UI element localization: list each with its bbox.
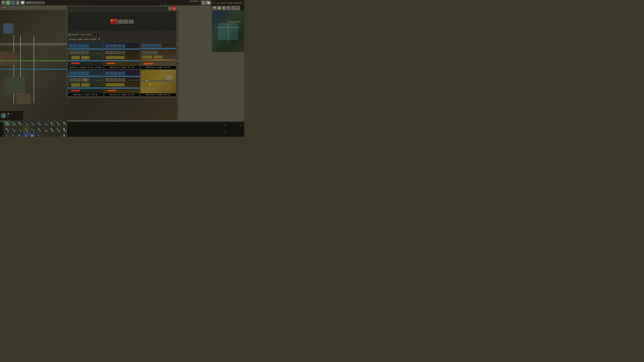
slot-2-6[interactable]: 🔗 50 [36,126,42,132]
slot-3-3[interactable]: 🔩 3 [16,133,22,137]
slot-2-1[interactable]: 🔩 20 [4,126,10,132]
train-limit-label[interactable]: ✓ Enable train limit [68,33,92,36]
rt-map-icon[interactable]: 🗺 [212,6,217,10]
slot-3-1[interactable]: ⚙ 3 [4,133,10,137]
player-stats: 🔫 12 37 9 [7,113,12,118]
slot-3-4[interactable]: 🚂 [23,133,29,137]
train-limit-row: ✓ Enable train limit [67,32,177,37]
train-preview-4: Uschalabamba [68,70,103,93]
slot-3-9[interactable] [55,133,61,137]
train-preview-6 [140,70,176,93]
slot-1-2[interactable]: 🔧 100 [10,120,16,126]
slot-1-8[interactable]: 🏗 150 [48,120,54,126]
train-cell-4-label: Waiting at Copper Ore DO [68,93,103,96]
train-preview-2 [104,42,140,66]
rt-more-icon[interactable]: … [236,6,240,10]
train-cell-5[interactable]: Uschalabamba Waiting at Copper Ore DO [104,70,140,96]
player-ammo-1: 37 [7,115,12,117]
hotbar-rows: 1 ⚙ 10k 🔧 100 🔩 200 ⛏ 100 🔌 150 [0,119,68,137]
toolbar-icon-map[interactable]: 🗺 [1,0,5,5]
player-ammo-2: 9 [7,117,12,118]
train-preview-1: Uschalabamba [68,42,103,66]
slot-3-6[interactable]: 🔌 50 [36,133,42,137]
hide-button[interactable]: Hide < < < < < 2 [26,1,45,4]
slot-2-8[interactable]: 🏗 200 [48,126,54,132]
toolbar-icon-research[interactable]: 🔬 [16,0,20,5]
slot-2-10[interactable]: 🔋 100 [61,126,67,132]
slot-1-1[interactable]: ⚙ 10k [4,120,10,126]
train-cell-3[interactable]: Waiting at Copper Ore DO [140,42,176,69]
slot-2-4[interactable]: 🔌 -15 [23,126,29,132]
slot-1-10[interactable]: 🔋 -10 [61,120,67,126]
trains-count-header: Trains with this stop: 6 [67,37,177,42]
hotbar-row-3: 3 ⚙ 3 🔧 3 🔩 3 🚂 🚃 🔌 [1,133,67,137]
slot-1-3[interactable]: 🔩 200 [16,120,22,126]
train-cell-2-label: Waiting at Copper Ore DO [104,66,140,69]
train-cell-5-label: Waiting at Copper Ore DO [104,93,140,96]
row3-num: 3 [1,135,3,137]
train-preview-5: Uschalabamba [104,70,140,93]
rt-trash-icon[interactable]: 🗑 [222,6,226,10]
slot-1-6[interactable]: 🔗 150 [36,120,42,126]
train-stop-dialog: Copper Ore DO [6] 🌐 📻 ✏ × 🖊 🗑 [67,1,177,97]
train-cell-4[interactable]: Uschalabamba Waiting at Copper Ore DO [68,70,104,96]
hotbar-row-2: 2 🔩 20 🔧 -10 ⚙ 50 🔌 -15 ⛏ 50 🔗 [1,126,67,132]
minimap-location: Uschalabamba [230,21,240,23]
train-cell-3-label: Waiting at Copper Ore DO [140,66,176,69]
slot-1-5[interactable]: 🔌 150 [29,120,35,126]
fnei-button[interactable]: FNEI [1,6,8,9]
right-toolbar-icons: 🗺 ⭐ 🗑 🚩 🚂 … [212,5,244,11]
slot-1-4[interactable]: ⛏ 100 [23,120,29,126]
slot-3-8[interactable] [48,133,54,137]
minimap: Uschalabamba [212,11,244,52]
slot-2-3[interactable]: ⚙ 50 [16,126,22,132]
toolbar-icon-production[interactable]: 📊 [20,0,25,5]
rt-flag-icon[interactable]: 🚩 [226,6,231,10]
row2-num: 2 [1,128,3,130]
toolbar-icon-player[interactable]: 👤 [11,0,15,5]
rt-star-icon[interactable]: ⭐ [217,6,221,10]
slot-1-9[interactable]: 🔦 250 [55,120,61,126]
train-grid: Uschalabamba Heading to Copper Ore PU [2… [67,42,177,97]
slot-1-7[interactable]: ⚡ 300 [42,120,48,126]
row1-num: 1 [1,122,3,124]
research-notice: ⚗ Press T to start a new research. [206,1,243,5]
slot-2-2[interactable]: 🔧 -10 [10,126,16,132]
hotbar-row-1: 1 ⚙ 10k 🔧 100 🔩 200 ⛏ 100 🔌 150 [1,120,67,126]
train-cell-6[interactable]: Waiting at Copper Ore DO [140,70,176,96]
dialog-toolbar: 🖊 🗑 [67,6,177,11]
toolbar-icons: 🗺 ⚙ 👤 🔬 📊 [1,0,25,5]
train-cell-2[interactable]: Waiting at Copper Ore DO [104,42,140,69]
train-cell-6-label: Waiting at Copper Ore DO [140,93,176,96]
train-cell-1[interactable]: Uschalabamba Heading to Copper Ore PU [2… [68,42,104,69]
toolbar-icon-build[interactable]: ⚙ [6,0,10,5]
train-limit-checkbox[interactable]: ✓ [68,33,71,36]
player-weapon-1: 🔫 12 [7,113,12,115]
slot-3-7[interactable] [42,133,48,137]
slot-2-9[interactable]: 🔦 200 [55,126,61,132]
train-preview-3 [140,42,176,66]
slot-2-7[interactable]: ⚡ 200 [42,126,48,132]
train-cell-1-label: Heading to Copper Ore PU [2206m] [68,66,103,69]
train-limit-input[interactable] [93,33,100,36]
slot-2-5[interactable]: ⛏ 50 [29,126,35,132]
delete-tool[interactable]: 🗑 [172,7,176,10]
top-toolbar: 🗺 ⚙ 👤 🔬 📊 Hide < < < < < 2 📍 📡 FPS/UPS =… [0,0,244,5]
rt-train-icon[interactable]: 🚂 [231,6,236,10]
minimap-content[interactable]: Uschalabamba [212,11,244,52]
train-preview-area [68,11,176,32]
player-sprite: 👤 [1,113,6,118]
player-area: 👤 🔫 12 37 9 [0,111,24,121]
slot-3-10[interactable]: 🔋 1 [61,133,67,137]
paint-tool[interactable]: 🖊 [168,7,172,10]
slot-3-2[interactable]: 🔧 3 [10,133,16,137]
slot-3-5[interactable]: 🚃 [29,133,35,137]
bottom-hotbar: 1 ⚙ 10k 🔧 100 🔩 200 ⛏ 100 🔌 150 [0,121,244,137]
